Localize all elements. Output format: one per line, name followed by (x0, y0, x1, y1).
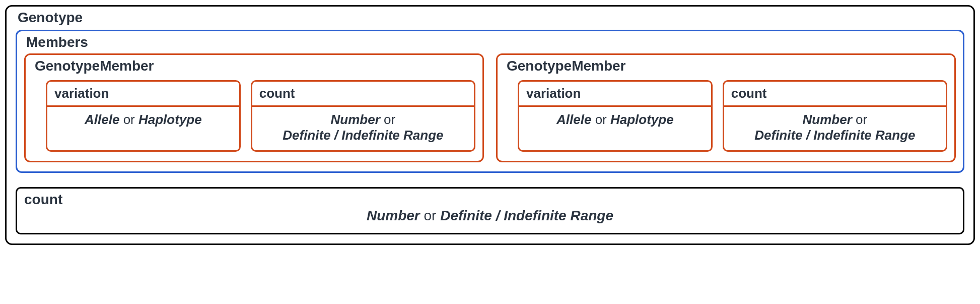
variation-option-b: Haplotype (610, 112, 674, 127)
count-or: or (420, 208, 440, 223)
genotype-title: Genotype (16, 8, 964, 29)
genotype-box: Genotype Members GenotypeMember variatio… (5, 5, 975, 245)
variation-value: Allele or Haplotype (519, 107, 711, 135)
member-inner: variation Allele or Haplotype count Numb… (33, 80, 475, 152)
genotype-member-box: GenotypeMember variation Allele or Haplo… (24, 53, 484, 162)
genotype-member-box: GenotypeMember variation Allele or Haplo… (496, 53, 956, 162)
member-count-field: count Number or Definite / Indefinite Ra… (251, 80, 475, 152)
count-option-a: Number (331, 112, 380, 127)
count-option-a: Number (367, 208, 420, 223)
count-option-b: Definite / Indefinite Range (754, 128, 915, 143)
variation-value: Allele or Haplotype (47, 107, 239, 135)
member-count-label: count (252, 82, 474, 107)
variation-field: variation Allele or Haplotype (518, 80, 713, 152)
variation-field: variation Allele or Haplotype (46, 80, 241, 152)
member-count-value: Number or Definite / Indefinite Range (252, 107, 474, 150)
variation-or: or (119, 112, 138, 127)
variation-option-a: Allele (85, 112, 119, 127)
variation-or: or (591, 112, 610, 127)
genotype-count-label: count (24, 192, 62, 208)
variation-label: variation (519, 82, 711, 107)
member-count-value: Number or Definite / Indefinite Range (724, 107, 946, 150)
count-or: or (380, 112, 395, 127)
count-or: or (852, 112, 867, 127)
member-count-label: count (724, 82, 946, 107)
count-option-b: Definite / Indefinite Range (283, 128, 443, 143)
genotype-count-box: count Number or Definite / Indefinite Ra… (16, 187, 964, 234)
genotype-member-title: GenotypeMember (33, 56, 475, 77)
member-count-field: count Number or Definite / Indefinite Ra… (723, 80, 947, 152)
member-inner: variation Allele or Haplotype count Numb… (505, 80, 947, 152)
count-option-b: Definite / Indefinite Range (440, 208, 613, 223)
variation-label: variation (47, 82, 239, 107)
members-box: Members GenotypeMember variation Allele … (16, 30, 964, 173)
genotype-count-value: Number or Definite / Indefinite Range (24, 193, 956, 224)
variation-option-b: Haplotype (138, 112, 202, 127)
members-title: Members (24, 32, 956, 53)
count-option-a: Number (803, 112, 852, 127)
genotype-member-title: GenotypeMember (505, 56, 947, 77)
members-row: GenotypeMember variation Allele or Haplo… (24, 53, 956, 162)
variation-option-a: Allele (556, 112, 591, 127)
